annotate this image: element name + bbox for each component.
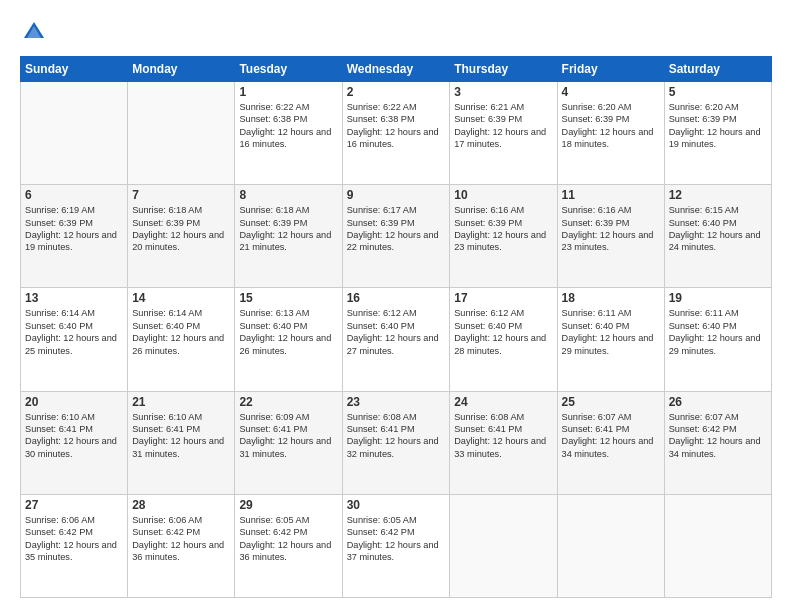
calendar-cell: 14Sunrise: 6:14 AM Sunset: 6:40 PM Dayli… [128,288,235,391]
calendar-cell: 30Sunrise: 6:05 AM Sunset: 6:42 PM Dayli… [342,494,450,597]
calendar-cell: 18Sunrise: 6:11 AM Sunset: 6:40 PM Dayli… [557,288,664,391]
day-info: Sunrise: 6:05 AM Sunset: 6:42 PM Dayligh… [347,514,446,564]
calendar-cell: 2Sunrise: 6:22 AM Sunset: 6:38 PM Daylig… [342,82,450,185]
day-info: Sunrise: 6:07 AM Sunset: 6:41 PM Dayligh… [562,411,660,461]
day-number: 24 [454,395,552,409]
day-number: 19 [669,291,767,305]
day-number: 28 [132,498,230,512]
weekday-header: Wednesday [342,57,450,82]
day-info: Sunrise: 6:07 AM Sunset: 6:42 PM Dayligh… [669,411,767,461]
calendar-cell [128,82,235,185]
calendar-cell: 27Sunrise: 6:06 AM Sunset: 6:42 PM Dayli… [21,494,128,597]
day-info: Sunrise: 6:09 AM Sunset: 6:41 PM Dayligh… [239,411,337,461]
weekday-header: Tuesday [235,57,342,82]
calendar-week-row: 27Sunrise: 6:06 AM Sunset: 6:42 PM Dayli… [21,494,772,597]
day-number: 25 [562,395,660,409]
day-number: 26 [669,395,767,409]
calendar-cell: 19Sunrise: 6:11 AM Sunset: 6:40 PM Dayli… [664,288,771,391]
weekday-header: Monday [128,57,235,82]
calendar-week-row: 6Sunrise: 6:19 AM Sunset: 6:39 PM Daylig… [21,185,772,288]
header [20,18,772,46]
day-info: Sunrise: 6:17 AM Sunset: 6:39 PM Dayligh… [347,204,446,254]
calendar-cell: 7Sunrise: 6:18 AM Sunset: 6:39 PM Daylig… [128,185,235,288]
day-number: 14 [132,291,230,305]
day-number: 23 [347,395,446,409]
day-info: Sunrise: 6:12 AM Sunset: 6:40 PM Dayligh… [347,307,446,357]
calendar-cell: 4Sunrise: 6:20 AM Sunset: 6:39 PM Daylig… [557,82,664,185]
day-number: 16 [347,291,446,305]
calendar-cell [664,494,771,597]
calendar-cell: 17Sunrise: 6:12 AM Sunset: 6:40 PM Dayli… [450,288,557,391]
day-info: Sunrise: 6:22 AM Sunset: 6:38 PM Dayligh… [239,101,337,151]
logo-icon [20,18,48,46]
day-number: 9 [347,188,446,202]
weekday-header: Sunday [21,57,128,82]
day-info: Sunrise: 6:16 AM Sunset: 6:39 PM Dayligh… [454,204,552,254]
day-info: Sunrise: 6:10 AM Sunset: 6:41 PM Dayligh… [132,411,230,461]
calendar-cell [450,494,557,597]
calendar-cell: 1Sunrise: 6:22 AM Sunset: 6:38 PM Daylig… [235,82,342,185]
calendar-cell: 24Sunrise: 6:08 AM Sunset: 6:41 PM Dayli… [450,391,557,494]
day-info: Sunrise: 6:21 AM Sunset: 6:39 PM Dayligh… [454,101,552,151]
day-info: Sunrise: 6:12 AM Sunset: 6:40 PM Dayligh… [454,307,552,357]
day-info: Sunrise: 6:16 AM Sunset: 6:39 PM Dayligh… [562,204,660,254]
logo [20,18,52,46]
day-info: Sunrise: 6:11 AM Sunset: 6:40 PM Dayligh… [562,307,660,357]
calendar-cell: 28Sunrise: 6:06 AM Sunset: 6:42 PM Dayli… [128,494,235,597]
calendar-cell: 21Sunrise: 6:10 AM Sunset: 6:41 PM Dayli… [128,391,235,494]
day-info: Sunrise: 6:08 AM Sunset: 6:41 PM Dayligh… [347,411,446,461]
day-number: 21 [132,395,230,409]
calendar-cell: 3Sunrise: 6:21 AM Sunset: 6:39 PM Daylig… [450,82,557,185]
calendar-cell: 23Sunrise: 6:08 AM Sunset: 6:41 PM Dayli… [342,391,450,494]
calendar-cell: 29Sunrise: 6:05 AM Sunset: 6:42 PM Dayli… [235,494,342,597]
day-number: 8 [239,188,337,202]
day-info: Sunrise: 6:13 AM Sunset: 6:40 PM Dayligh… [239,307,337,357]
day-number: 22 [239,395,337,409]
calendar-cell: 5Sunrise: 6:20 AM Sunset: 6:39 PM Daylig… [664,82,771,185]
day-info: Sunrise: 6:14 AM Sunset: 6:40 PM Dayligh… [132,307,230,357]
day-number: 11 [562,188,660,202]
day-info: Sunrise: 6:11 AM Sunset: 6:40 PM Dayligh… [669,307,767,357]
day-number: 13 [25,291,123,305]
day-info: Sunrise: 6:18 AM Sunset: 6:39 PM Dayligh… [239,204,337,254]
calendar-week-row: 1Sunrise: 6:22 AM Sunset: 6:38 PM Daylig… [21,82,772,185]
calendar-cell: 12Sunrise: 6:15 AM Sunset: 6:40 PM Dayli… [664,185,771,288]
day-number: 5 [669,85,767,99]
day-number: 10 [454,188,552,202]
calendar-cell: 15Sunrise: 6:13 AM Sunset: 6:40 PM Dayli… [235,288,342,391]
day-info: Sunrise: 6:06 AM Sunset: 6:42 PM Dayligh… [25,514,123,564]
weekday-header-row: SundayMondayTuesdayWednesdayThursdayFrid… [21,57,772,82]
weekday-header: Saturday [664,57,771,82]
day-info: Sunrise: 6:14 AM Sunset: 6:40 PM Dayligh… [25,307,123,357]
weekday-header: Friday [557,57,664,82]
calendar-cell: 9Sunrise: 6:17 AM Sunset: 6:39 PM Daylig… [342,185,450,288]
day-info: Sunrise: 6:08 AM Sunset: 6:41 PM Dayligh… [454,411,552,461]
day-info: Sunrise: 6:10 AM Sunset: 6:41 PM Dayligh… [25,411,123,461]
calendar-cell: 20Sunrise: 6:10 AM Sunset: 6:41 PM Dayli… [21,391,128,494]
calendar-cell [21,82,128,185]
day-number: 20 [25,395,123,409]
day-number: 7 [132,188,230,202]
calendar: SundayMondayTuesdayWednesdayThursdayFrid… [20,56,772,598]
day-info: Sunrise: 6:19 AM Sunset: 6:39 PM Dayligh… [25,204,123,254]
page: SundayMondayTuesdayWednesdayThursdayFrid… [0,0,792,612]
day-info: Sunrise: 6:20 AM Sunset: 6:39 PM Dayligh… [562,101,660,151]
day-number: 29 [239,498,337,512]
day-number: 30 [347,498,446,512]
day-info: Sunrise: 6:15 AM Sunset: 6:40 PM Dayligh… [669,204,767,254]
day-info: Sunrise: 6:18 AM Sunset: 6:39 PM Dayligh… [132,204,230,254]
calendar-cell: 8Sunrise: 6:18 AM Sunset: 6:39 PM Daylig… [235,185,342,288]
calendar-cell [557,494,664,597]
day-info: Sunrise: 6:06 AM Sunset: 6:42 PM Dayligh… [132,514,230,564]
calendar-cell: 22Sunrise: 6:09 AM Sunset: 6:41 PM Dayli… [235,391,342,494]
day-number: 12 [669,188,767,202]
calendar-cell: 16Sunrise: 6:12 AM Sunset: 6:40 PM Dayli… [342,288,450,391]
day-info: Sunrise: 6:05 AM Sunset: 6:42 PM Dayligh… [239,514,337,564]
calendar-cell: 13Sunrise: 6:14 AM Sunset: 6:40 PM Dayli… [21,288,128,391]
day-number: 18 [562,291,660,305]
day-number: 2 [347,85,446,99]
day-number: 17 [454,291,552,305]
calendar-week-row: 13Sunrise: 6:14 AM Sunset: 6:40 PM Dayli… [21,288,772,391]
day-info: Sunrise: 6:22 AM Sunset: 6:38 PM Dayligh… [347,101,446,151]
calendar-week-row: 20Sunrise: 6:10 AM Sunset: 6:41 PM Dayli… [21,391,772,494]
